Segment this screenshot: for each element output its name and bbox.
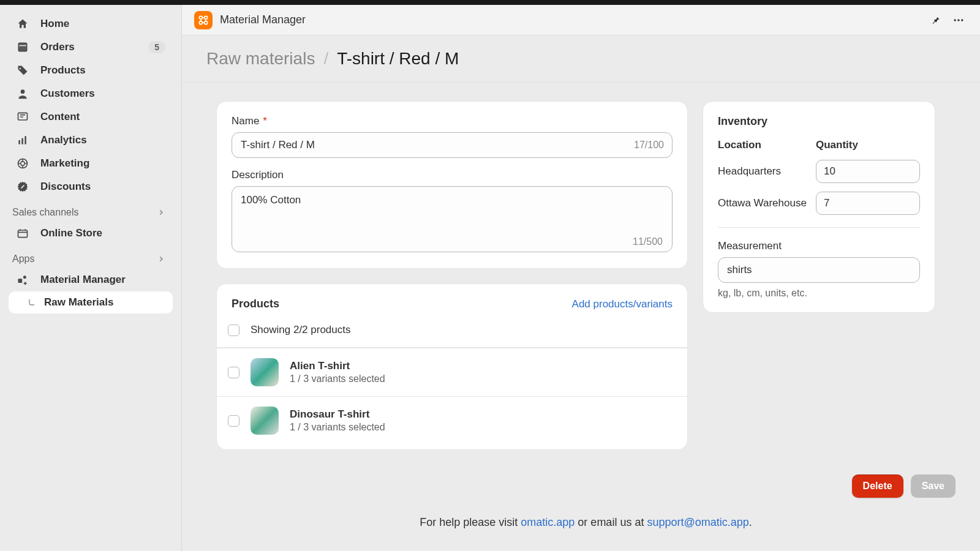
sidebar-item-customers[interactable]: Customers	[9, 82, 173, 105]
section-label: Sales channels	[12, 207, 79, 218]
footer-help-link-email[interactable]: support@omatic.app	[647, 516, 748, 528]
online-store-icon	[16, 227, 29, 240]
section-label: Apps	[12, 253, 34, 264]
sidebar-item-online-store[interactable]: Online Store	[9, 222, 173, 245]
material-manager-icon	[16, 273, 29, 287]
sidebar-item-home[interactable]: Home	[9, 12, 173, 36]
sidebar-item-discounts[interactable]: Discounts	[9, 175, 173, 198]
topbar-dark	[0, 0, 980, 5]
name-input[interactable]	[232, 132, 673, 158]
product-title: Alien T-shirt	[290, 360, 385, 372]
actions-row: Delete Save	[216, 474, 956, 510]
footer-help: For help please visit omatic.app or emai…	[216, 510, 956, 551]
product-variants-text: 1 / 3 variants selected	[290, 422, 385, 433]
save-button[interactable]: Save	[911, 474, 956, 498]
sidebar-item-products[interactable]: Products	[9, 59, 173, 82]
svg-point-11	[199, 16, 202, 19]
inventory-location-name: Ottawa Warehouse	[718, 197, 816, 209]
app-header: Material Manager	[182, 5, 980, 36]
product-checkbox[interactable]	[228, 367, 239, 378]
svg-point-16	[957, 19, 959, 21]
footer-help-link-site[interactable]: omatic.app	[521, 516, 575, 528]
home-icon	[16, 17, 29, 31]
svg-point-15	[954, 19, 956, 21]
description-label: Description	[232, 169, 673, 181]
more-icon[interactable]	[951, 12, 967, 28]
svg-rect-5	[24, 136, 26, 144]
pin-icon[interactable]	[927, 12, 943, 28]
sidebar-item-material-manager[interactable]: Material Manager	[9, 268, 173, 291]
footer-help-suffix: .	[749, 516, 752, 528]
chevron-right-icon	[157, 255, 165, 263]
app-title: Material Manager	[220, 13, 306, 26]
svg-rect-9	[18, 279, 23, 283]
sidebar-item-label: Orders	[40, 41, 75, 53]
products-icon	[16, 64, 29, 77]
tree-branch-icon	[27, 298, 37, 307]
inventory-location-name: Headquarters	[718, 165, 816, 178]
sidebar-item-analytics[interactable]: Analytics	[9, 129, 173, 152]
content-col: Material Manager Raw materials / T-shirt…	[181, 5, 980, 551]
chevron-right-icon	[157, 208, 165, 217]
sidebar-item-content[interactable]: Content	[9, 105, 173, 129]
sidebar-item-label: Online Store	[40, 227, 102, 239]
sidebar-item-label: Discounts	[40, 181, 91, 193]
main-row: Home Orders 5 Products Customers C	[0, 5, 980, 551]
select-all-checkbox[interactable]	[228, 324, 239, 336]
inventory-quantity-input[interactable]	[816, 192, 920, 215]
name-description-card: Name * 17/100 Description 11/500	[216, 101, 688, 269]
discounts-icon	[16, 180, 29, 193]
sidebar-item-label: Material Manager	[40, 274, 126, 286]
description-input[interactable]	[232, 186, 673, 252]
inventory-location-col: Location	[718, 139, 816, 151]
product-title: Dinosaur T-shirt	[290, 408, 385, 421]
app-logo	[194, 11, 213, 29]
inventory-quantity-input[interactable]	[816, 160, 920, 183]
sidebar-item-label: Raw Materials	[44, 296, 113, 309]
sidebar-item-label: Marketing	[40, 157, 89, 170]
inventory-heading: Inventory	[718, 115, 920, 128]
analytics-icon	[16, 133, 29, 147]
breadcrumb: Raw materials / T-shirt / Red / M	[182, 36, 980, 83]
sidebar: Home Orders 5 Products Customers C	[0, 5, 181, 551]
svg-point-7	[21, 162, 25, 166]
sidebar-item-label: Analytics	[40, 134, 87, 146]
showing-products-text: Showing 2/2 products	[251, 324, 351, 336]
product-row: Alien T-shirt 1 / 3 variants selected	[217, 348, 687, 396]
products-card: Products Add products/variants Showing 2…	[216, 283, 688, 450]
svg-point-17	[961, 19, 963, 21]
content-icon	[16, 110, 29, 124]
product-variants-text: 1 / 3 variants selected	[290, 373, 385, 384]
svg-rect-8	[18, 230, 28, 238]
svg-point-12	[205, 16, 208, 19]
svg-rect-3	[18, 140, 20, 144]
measurement-help-text: kg, lb, cm, units, etc.	[718, 288, 920, 299]
svg-point-1	[21, 89, 25, 94]
svg-rect-4	[21, 138, 23, 144]
sidebar-item-marketing[interactable]: Marketing	[9, 152, 173, 175]
sidebar-item-orders[interactable]: Orders 5	[9, 36, 173, 59]
products-heading: Products	[232, 298, 279, 310]
product-checkbox[interactable]	[228, 415, 239, 427]
inventory-card: Inventory Location Quantity Headquarters…	[703, 101, 935, 313]
svg-rect-2	[18, 113, 28, 120]
sidebar-item-label: Content	[40, 111, 80, 123]
page-scroll: Name * 17/100 Description 11/500	[182, 83, 980, 551]
footer-help-mid: or email us at	[575, 516, 647, 528]
sidebar-item-raw-materials[interactable]: Raw Materials	[9, 291, 173, 313]
marketing-icon	[16, 157, 29, 170]
sidebar-item-label: Products	[40, 64, 86, 77]
breadcrumb-root[interactable]: Raw materials	[206, 49, 315, 69]
sidebar-section-sales-channels[interactable]: Sales channels	[9, 198, 173, 222]
sidebar-section-apps[interactable]: Apps	[9, 245, 173, 268]
orders-icon	[16, 40, 29, 54]
add-products-link[interactable]: Add products/variants	[572, 298, 673, 310]
sidebar-item-label: Home	[40, 18, 69, 30]
breadcrumb-current: T-shirt / Red / M	[337, 49, 459, 69]
product-thumb	[251, 407, 279, 435]
measurement-input[interactable]	[718, 257, 920, 283]
product-row: Dinosaur T-shirt 1 / 3 variants selected	[217, 396, 687, 444]
delete-button[interactable]: Delete	[852, 474, 903, 498]
sidebar-item-label: Customers	[40, 88, 95, 100]
breadcrumb-separator: /	[323, 49, 328, 69]
